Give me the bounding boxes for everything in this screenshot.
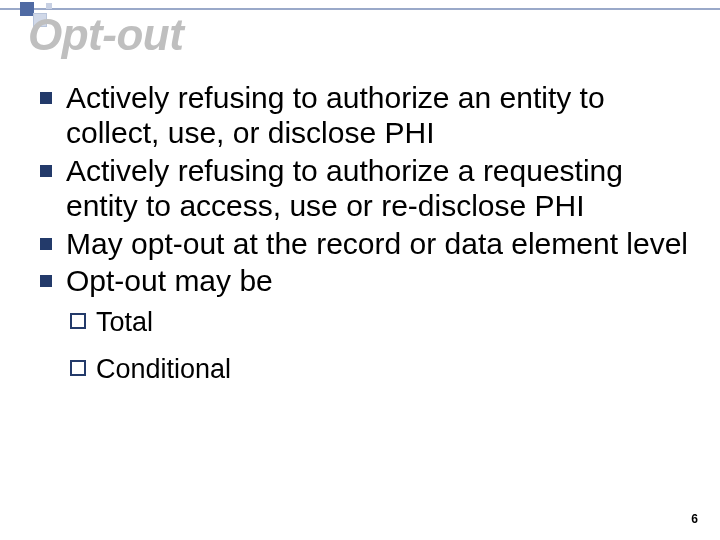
sub-bullet-list: Total Conditional [64,304,690,387]
slide-title: Opt-out [28,10,183,60]
header-square-small [46,3,52,9]
page-number: 6 [691,512,698,526]
list-item: May opt-out at the record or data elemen… [30,226,690,261]
list-item: Conditional [64,351,690,387]
list-item: Actively refusing to authorize a request… [30,153,690,224]
bullet-list: Actively refusing to authorize an entity… [30,80,690,298]
list-item: Actively refusing to authorize an entity… [30,80,690,151]
list-item: Opt-out may be [30,263,690,298]
list-item: Total [64,304,690,340]
slide-body: Actively refusing to authorize an entity… [30,80,690,397]
